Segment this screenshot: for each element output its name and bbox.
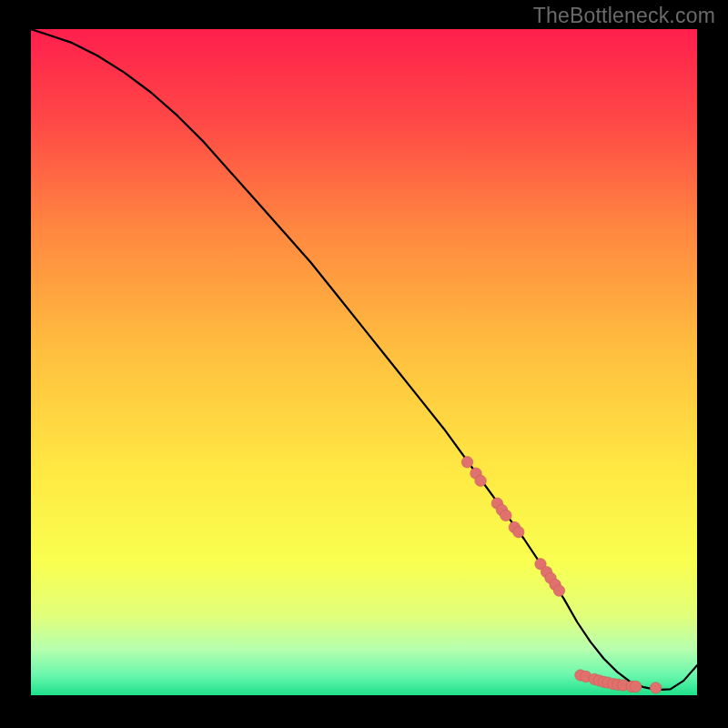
chart-svg	[31, 29, 697, 695]
data-marker	[650, 682, 661, 693]
data-marker	[513, 527, 524, 538]
data-marker	[553, 585, 564, 596]
data-marker	[631, 681, 642, 692]
data-marker	[461, 457, 472, 468]
chart-area	[31, 29, 697, 695]
data-marker	[475, 475, 486, 486]
data-marker	[500, 510, 511, 521]
gradient-background	[31, 29, 697, 695]
watermark-text: TheBottleneck.com	[533, 4, 715, 28]
